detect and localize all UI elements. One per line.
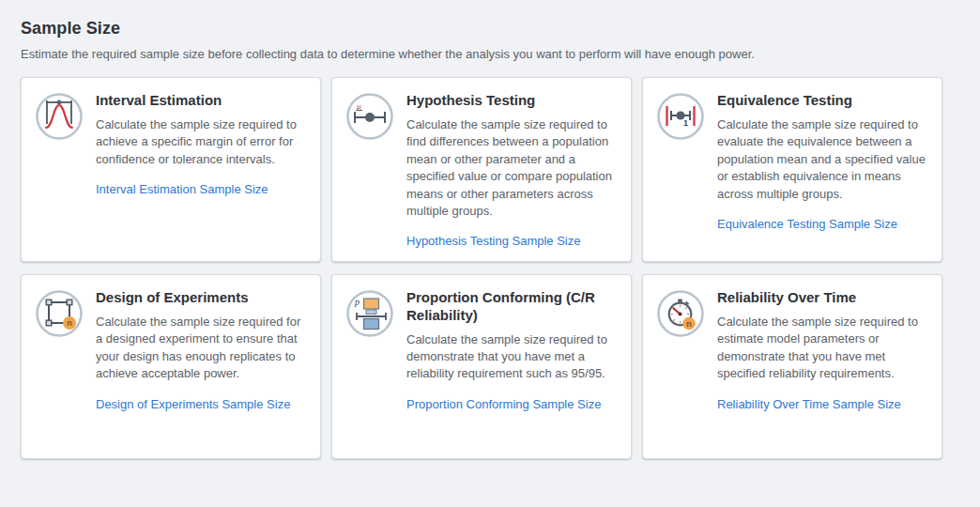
reliability-over-time-sample-size-link[interactable]: Reliability Over Time Sample Size <box>717 397 901 411</box>
card-design-of-experiments: n Design of Experiments Calculate the sa… <box>21 274 321 459</box>
svg-text:n: n <box>67 318 72 328</box>
card-hypothesis-testing: μ Hypothesis Testing Calculate the sampl… <box>331 77 632 262</box>
card-description: Calculate the sample size required for a… <box>96 314 306 383</box>
reliability-over-time-icon: n <box>656 289 705 338</box>
card-description: Calculate the sample size required to ac… <box>96 116 306 168</box>
card-description: Calculate the sample size required to de… <box>406 331 617 383</box>
design-of-experiments-icon: n <box>35 289 84 338</box>
equivalence-testing-icon: 1 <box>656 92 705 141</box>
page-subtitle: Estimate the required sample size before… <box>21 47 980 61</box>
interval-estimation-icon <box>35 92 84 141</box>
card-description: Calculate the sample size required to fi… <box>406 116 617 221</box>
interval-estimation-sample-size-link[interactable]: Interval Estimation Sample Size <box>96 182 268 196</box>
proportion-conforming-sample-size-link[interactable]: Proportion Conforming Sample Size <box>406 397 601 411</box>
cards-grid: Interval Estimation Calculate the sample… <box>21 77 980 459</box>
card-reliability-over-time: n Reliability Over Time Calculate the sa… <box>642 274 942 459</box>
equivalence-testing-sample-size-link[interactable]: Equivalence Testing Sample Size <box>717 217 897 231</box>
card-title: Proportion Conforming (C/R Reliability) <box>406 289 617 325</box>
card-title: Design of Experiments <box>96 289 306 307</box>
card-title: Reliability Over Time <box>717 289 927 307</box>
card-interval-estimation: Interval Estimation Calculate the sample… <box>21 77 321 262</box>
svg-text:n: n <box>686 319 692 329</box>
card-title: Equivalence Testing <box>717 92 927 110</box>
design-of-experiments-sample-size-link[interactable]: Design of Experiments Sample Size <box>96 397 290 411</box>
card-equivalence-testing: 1 Equivalence Testing Calculate the samp… <box>642 77 942 262</box>
card-title: Interval Estimation <box>96 92 306 110</box>
card-description: Calculate the sample size required to es… <box>717 314 927 383</box>
sample-size-page: Sample Size Estimate the required sample… <box>0 0 980 459</box>
hypothesis-testing-sample-size-link[interactable]: Hypothesis Testing Sample Size <box>406 234 580 248</box>
card-proportion-conforming: p Proportion Conforming (C/R Reliability… <box>331 274 632 459</box>
card-description: Calculate the sample size required to ev… <box>717 116 927 203</box>
page-title: Sample Size <box>21 19 980 38</box>
card-title: Hypothesis Testing <box>406 92 617 110</box>
svg-text:μ: μ <box>356 101 361 111</box>
svg-text:1: 1 <box>683 118 688 128</box>
hypothesis-testing-icon: μ <box>345 92 394 141</box>
proportion-conforming-icon: p <box>345 289 394 338</box>
svg-text:p: p <box>354 297 360 307</box>
